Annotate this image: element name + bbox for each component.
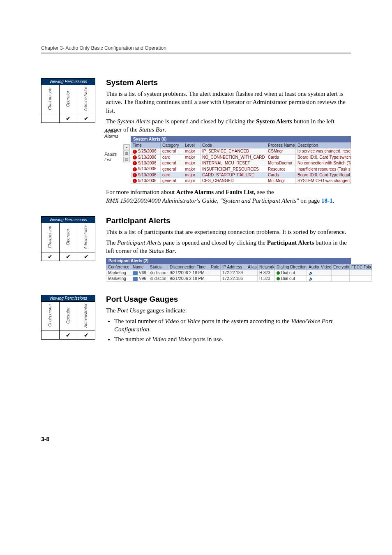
col-audio[interactable]: Audio bbox=[307, 264, 319, 270]
section-title-system-alerts: System Alerts bbox=[106, 78, 351, 87]
col-process[interactable]: Process Name bbox=[266, 143, 296, 148]
col-status[interactable]: Status bbox=[148, 264, 168, 270]
perm-check-administrator bbox=[77, 252, 95, 261]
tool-icon[interactable]: ▸ bbox=[123, 144, 130, 150]
error-icon: ! bbox=[133, 155, 137, 160]
col-network[interactable]: Network bbox=[258, 264, 275, 270]
col-ip[interactable]: IP Address bbox=[221, 264, 246, 270]
port-usage-bullet-2: The number of Video and Voice ports in u… bbox=[114, 335, 351, 343]
perm-role-administrator: Administrator bbox=[83, 301, 88, 330]
system-alerts-desc-1: This is a list of system problems. The a… bbox=[106, 90, 351, 115]
permissions-title: Viewing Permissions bbox=[42, 295, 95, 301]
table-row[interactable]: MarketingV96⊘ discon9/21/2006 2:18 PM172… bbox=[106, 275, 372, 281]
table-row[interactable]: !9/13/2006cardmajorCARD_STARTUP_FAILUREC… bbox=[131, 172, 351, 178]
perm-check-operator bbox=[60, 331, 78, 339]
system-alerts-screenshot: Active Alarms Faults List ▸ ▦ ▤ System A… bbox=[106, 136, 351, 184]
permissions-box-port-usage: Viewing Permissions Chairperson Operator… bbox=[41, 295, 95, 340]
table-row[interactable]: !9/13/2006generalmajorCFG_CHANGEDMcuMngr… bbox=[131, 178, 351, 184]
page-number: 3-8 bbox=[0, 436, 392, 442]
system-alerts-table: Time Category Level Code Process Name De… bbox=[131, 142, 351, 184]
perm-role-chairperson: Chairperson bbox=[48, 301, 52, 330]
toolbar-icons: ▸ ▦ ▤ bbox=[123, 144, 130, 162]
participant-alerts-bar[interactable]: Participant Alerts (2) bbox=[106, 258, 351, 264]
tool-icon[interactable]: ▦ bbox=[123, 150, 130, 156]
dial-icon bbox=[277, 277, 280, 280]
permissions-box-participant-alerts: Viewing Permissions Chairperson Operator… bbox=[41, 216, 95, 261]
speaker-icon bbox=[309, 271, 314, 275]
perm-role-chairperson: Chairperson bbox=[48, 85, 52, 113]
system-alerts-bar[interactable]: System Alerts (6) bbox=[131, 136, 351, 142]
perm-role-operator: Operator bbox=[65, 85, 70, 113]
col-name[interactable]: Name bbox=[131, 264, 148, 270]
col-desc[interactable]: Description bbox=[296, 143, 351, 148]
perm-role-operator: Operator bbox=[65, 222, 70, 251]
section-title-port-usage: Port Usage Gauges bbox=[106, 295, 351, 304]
permissions-title: Viewing Permissions bbox=[42, 79, 95, 85]
participant-alerts-screenshot: Participant Alerts (2) Conference Name S… bbox=[106, 258, 351, 282]
port-usage-bullet-1: The total number of Video or Voice ports… bbox=[114, 317, 351, 334]
participant-alerts-desc-2: The Participant Alerts pane is opened an… bbox=[106, 238, 351, 255]
participant-alerts-desc-1: This is a list of participants that are … bbox=[106, 228, 351, 236]
perm-check-chairperson bbox=[42, 114, 60, 123]
page-link-18-1[interactable]: 18-1 bbox=[321, 197, 333, 204]
camera-icon bbox=[133, 277, 138, 281]
system-alerts-desc-2: The System Alerts pane is opened and clo… bbox=[106, 117, 351, 134]
perm-role-administrator: Administrator bbox=[83, 85, 88, 113]
col-category[interactable]: Category bbox=[161, 143, 183, 148]
port-usage-intro: The Port Usage gauges indicate: bbox=[106, 306, 351, 314]
system-alerts-after: For more information about Active Alarms… bbox=[106, 188, 351, 205]
table-row[interactable]: !9/25/2006generalmajorIP_SERVICE_CHANGED… bbox=[131, 148, 351, 154]
table-row[interactable]: !9/13/2006generalmajorINTERNAL_MCU_RESET… bbox=[131, 160, 351, 166]
col-code[interactable]: Code bbox=[201, 143, 266, 148]
col-video[interactable]: Video bbox=[319, 264, 332, 270]
error-icon: ! bbox=[133, 161, 137, 165]
perm-check-operator bbox=[60, 114, 78, 123]
perm-check-administrator bbox=[77, 331, 95, 339]
permissions-title: Viewing Permissions bbox=[42, 217, 95, 223]
camera-icon bbox=[133, 271, 138, 275]
col-encrypt[interactable]: Encryptio bbox=[332, 264, 350, 270]
perm-role-operator: Operator bbox=[65, 301, 70, 330]
error-icon: ! bbox=[133, 179, 137, 183]
col-conference[interactable]: Conference bbox=[106, 264, 131, 270]
perm-check-chairperson bbox=[42, 331, 60, 339]
tool-icon[interactable]: ▤ bbox=[123, 157, 130, 162]
col-dialing[interactable]: Dialing Direction bbox=[275, 264, 307, 270]
col-time[interactable]: Time bbox=[131, 143, 161, 148]
section-title-participant-alerts: Participant Alerts bbox=[106, 216, 351, 225]
speaker-icon bbox=[309, 276, 314, 281]
perm-role-administrator: Administrator bbox=[83, 222, 88, 251]
table-row[interactable]: !9/13/2006generalmajorINSUFFICIENT_RESOU… bbox=[131, 166, 351, 172]
col-disc-time[interactable]: Disconnection Time bbox=[168, 264, 209, 270]
perm-role-chairperson: Chairperson bbox=[48, 222, 52, 251]
participant-alerts-table: Conference Name Status Disconnection Tim… bbox=[106, 264, 372, 282]
perm-check-operator bbox=[60, 252, 78, 261]
error-icon: ! bbox=[133, 150, 137, 154]
perm-check-chairperson bbox=[42, 252, 60, 261]
table-row[interactable]: !9/13/2006cardmajorNO_CONNECTION_WITH_CA… bbox=[131, 154, 351, 160]
dial-icon bbox=[277, 271, 280, 275]
col-role[interactable]: Role bbox=[209, 264, 221, 270]
col-level[interactable]: Level bbox=[183, 143, 201, 148]
table-row[interactable]: MarketingV69⊘ discon9/21/2006 2:18 PM172… bbox=[106, 270, 372, 275]
error-icon: ! bbox=[133, 173, 137, 177]
error-icon: ! bbox=[133, 167, 137, 171]
col-alias[interactable]: Alias bbox=[246, 264, 258, 270]
chapter-header: Chapter 3- Audio Only Basic Configuratio… bbox=[41, 45, 351, 53]
perm-check-administrator bbox=[77, 114, 95, 123]
permissions-box-system-alerts: Viewing Permissions Chairperson Operator… bbox=[41, 78, 95, 123]
col-fecc[interactable]: FECC Token bbox=[350, 264, 372, 270]
